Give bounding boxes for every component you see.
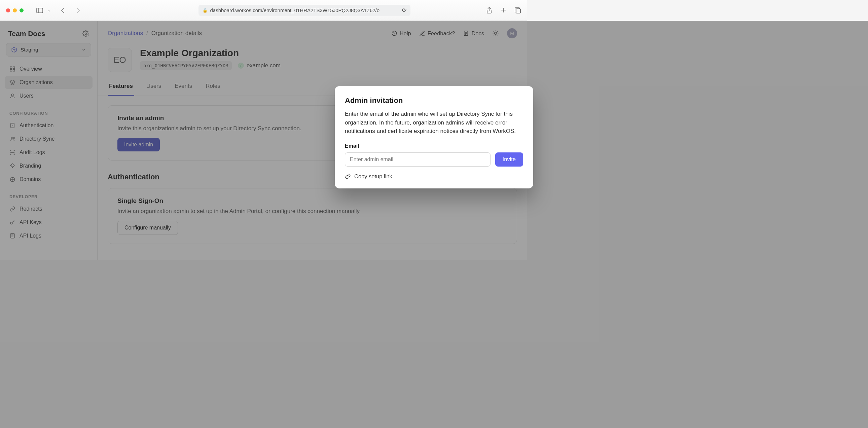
sidebar-toggle-icon[interactable] [35, 6, 44, 15]
back-button[interactable] [58, 6, 67, 15]
close-window-icon[interactable] [6, 8, 10, 12]
admin-email-input[interactable] [345, 152, 491, 166]
traffic-lights [6, 8, 24, 12]
admin-invitation-modal: Admin invitation Enter the email of the … [335, 86, 527, 188]
link-icon [345, 173, 351, 179]
new-tab-icon[interactable] [500, 7, 506, 14]
browser-chrome: ⌄ 🔒 dashboard.workos.com/environment_01H… [0, 0, 527, 21]
modal-overlay[interactable]: Admin invitation Enter the email of the … [0, 21, 527, 260]
modal-title: Admin invitation [345, 96, 523, 105]
maximize-window-icon[interactable] [20, 8, 24, 12]
url-text: dashboard.workos.com/environment_01HRA2T… [210, 7, 380, 13]
url-bar[interactable]: 🔒 dashboard.workos.com/environment_01HRA… [198, 5, 410, 16]
chevron-down-icon[interactable]: ⌄ [48, 8, 51, 12]
svg-rect-2 [516, 9, 521, 13]
lock-icon: 🔒 [203, 8, 208, 13]
share-icon[interactable] [486, 7, 492, 14]
invite-button[interactable]: Invite [495, 152, 523, 166]
reload-icon[interactable]: ⟳ [402, 7, 406, 13]
tabs-icon[interactable] [515, 7, 521, 14]
copy-setup-link[interactable]: Copy setup link [345, 173, 523, 180]
email-label: Email [345, 143, 523, 149]
svg-rect-0 [37, 8, 43, 13]
forward-button[interactable] [73, 6, 83, 15]
minimize-window-icon[interactable] [13, 8, 17, 12]
modal-body: Enter the email of the admin who will se… [345, 110, 523, 135]
